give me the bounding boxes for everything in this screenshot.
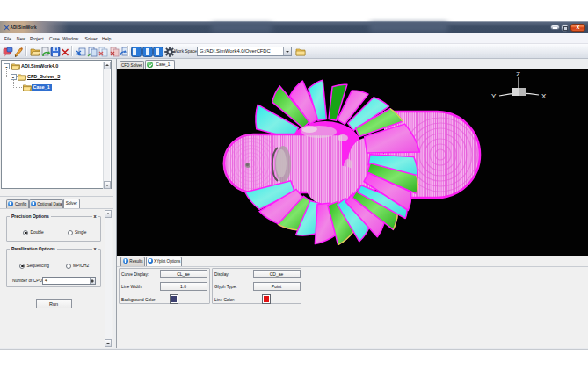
svg-text:Z: Z <box>516 70 520 78</box>
svg-text:X: X <box>541 92 547 100</box>
svg-text:Y: Y <box>491 92 497 100</box>
